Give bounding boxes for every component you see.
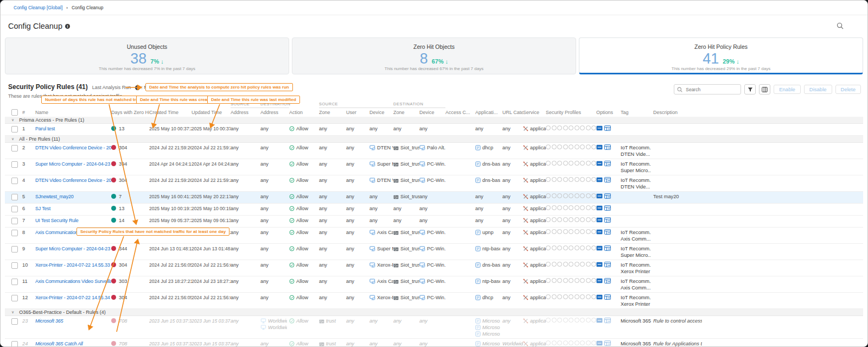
cell-rule-name[interactable]: SJnewtest_may20 (35, 193, 111, 200)
cell-options[interactable] (596, 177, 621, 184)
log-setting-icon[interactable] (596, 194, 603, 200)
row-checkbox[interactable] (11, 279, 18, 285)
disable-button[interactable]: Disable (804, 85, 832, 94)
col-security-profiles[interactable]: Security Profiles (546, 110, 596, 115)
cell-options[interactable] (596, 125, 621, 133)
log-setting-icon[interactable] (596, 247, 603, 252)
columns-button[interactable] (759, 84, 770, 94)
col-description[interactable]: Description (653, 110, 702, 115)
col-source-address[interactable]: Address (231, 110, 260, 115)
cell-options[interactable] (596, 217, 621, 224)
table-row[interactable]: 11Axis Communications Video Surveillance… (5, 276, 863, 293)
cell-rule-name[interactable]: Axis Communications Video Surveillance -… (35, 278, 111, 285)
card-unused-objects[interactable]: Unused Objects 387% ↓ This number has de… (5, 37, 289, 74)
log-forwarding-icon[interactable] (604, 247, 611, 252)
rule-name-link[interactable]: Super Micro Computer - 2024-04-23 21.23.… (35, 246, 111, 251)
cell-rule-name[interactable]: SJ Test (35, 205, 111, 212)
card-zero-hit-objects[interactable]: Zero Hit Objects 867% ↓ This number has … (292, 37, 576, 74)
table-row[interactable]: 4DTEN Video Conference Device - 2024-07-… (5, 175, 863, 192)
col-source-zone[interactable]: Zone (319, 110, 346, 115)
cell-rule-name[interactable]: Parul test (35, 125, 111, 132)
col-action[interactable]: Action (289, 110, 319, 115)
col-destination-device[interactable]: Device (419, 110, 445, 115)
row-checkbox[interactable] (11, 341, 18, 346)
cell-options[interactable] (596, 318, 621, 325)
log-setting-icon[interactable] (596, 230, 603, 236)
log-forwarding-icon[interactable] (604, 218, 611, 224)
cell-select[interactable] (10, 245, 22, 254)
table-row[interactable]: 7UI Test Security Rule142025 May 09 05:3… (5, 216, 863, 228)
table-row[interactable]: 2DTEN Video Conference Device - 2024-07-… (5, 143, 863, 159)
row-checkbox[interactable] (11, 206, 18, 212)
cell-rule-name[interactable]: Xerox-Printer - 2024-07-22 14.55.33 (35, 262, 111, 268)
cell-select[interactable] (10, 229, 22, 238)
rule-name-link[interactable]: DTEN Video Conference Device - 2024-07-2… (35, 145, 111, 150)
log-setting-icon[interactable] (596, 162, 603, 167)
rule-name-link[interactable]: Super Micro Computer - 2024-04-23 21.24.… (35, 161, 111, 167)
log-setting-icon[interactable] (596, 263, 603, 268)
cell-rule-name[interactable]: DTEN Video Conference Device - 2024-07-2… (35, 144, 111, 151)
log-setting-icon[interactable] (596, 206, 603, 212)
rule-name-link[interactable]: Microsoft 365 (35, 318, 63, 324)
row-checkbox[interactable] (11, 145, 18, 152)
table-row[interactable]: 23Microsoft 3657082023 Jun 15 03:37:3320… (5, 316, 863, 339)
cell-rule-name[interactable]: Microsoft 365 (35, 318, 111, 324)
cell-options[interactable] (596, 340, 621, 346)
log-forwarding-icon[interactable] (604, 162, 611, 167)
log-forwarding-icon[interactable] (604, 146, 611, 151)
cell-options[interactable] (596, 161, 621, 168)
log-forwarding-icon[interactable] (604, 342, 611, 346)
col-destination-zone[interactable]: Zone (393, 110, 419, 115)
col-updated-time[interactable]: Updated Time (192, 110, 231, 115)
cell-options[interactable] (596, 262, 621, 269)
row-checkbox[interactable] (11, 230, 18, 236)
log-forwarding-icon[interactable] (604, 230, 611, 236)
rule-name-link[interactable]: DTEN Video Conference Device - 2024-07-2… (35, 178, 111, 183)
select-all-checkbox[interactable] (11, 109, 18, 116)
chevron-down-icon[interactable]: ∨ (11, 137, 14, 141)
enable-button[interactable]: Enable (774, 85, 801, 94)
row-checkbox[interactable] (11, 161, 18, 168)
cell-options[interactable] (596, 193, 621, 200)
row-checkbox[interactable] (11, 126, 18, 133)
log-setting-icon[interactable] (596, 295, 603, 301)
cell-select[interactable] (10, 318, 22, 326)
table-row[interactable]: 1Parul test132025 May 10 00:37:232025 Ma… (5, 124, 863, 136)
col-name[interactable]: Name (35, 110, 111, 115)
info-icon[interactable]: i (65, 24, 70, 29)
log-forwarding-icon[interactable] (604, 279, 611, 285)
delete-button[interactable]: Delete (835, 85, 861, 94)
chevron-down-icon[interactable]: ∨ (11, 118, 14, 122)
table-row[interactable]: 12Xerox-Printer - 2024-07-22 14.55.34304… (5, 293, 863, 309)
rule-name-link[interactable]: Parul test (35, 126, 55, 131)
table-row[interactable]: 10Xerox-Printer - 2024-07-22 14.55.33304… (5, 260, 863, 276)
rule-name-link[interactable]: SJnewtest_may20 (35, 194, 74, 199)
row-checkbox[interactable] (11, 194, 18, 200)
log-setting-icon[interactable] (596, 146, 603, 151)
chevron-down-icon[interactable]: ∨ (11, 310, 14, 314)
log-setting-icon[interactable] (596, 279, 603, 285)
row-checkbox[interactable] (11, 246, 18, 253)
log-forwarding-icon[interactable] (604, 319, 611, 324)
table-row[interactable]: 5SJnewtest_may2072025 May 16 00:41:13202… (5, 192, 863, 204)
col-access[interactable]: Access C... (445, 110, 475, 115)
search-icon[interactable] (837, 22, 844, 31)
cell-options[interactable] (596, 229, 621, 236)
cell-select[interactable] (10, 340, 22, 346)
table-row[interactable]: 3Super Micro Computer - 2024-04-23 21.24… (5, 159, 863, 175)
table-row[interactable]: 24Microsoft 365 Catch All7082023 Jun 15 … (5, 339, 863, 346)
cell-select[interactable] (10, 217, 22, 226)
log-forwarding-icon[interactable] (604, 206, 611, 212)
search-input[interactable] (685, 86, 733, 93)
log-forwarding-icon[interactable] (604, 263, 611, 268)
rule-name-link[interactable]: Microsoft 365 Catch All (35, 341, 83, 346)
cell-select[interactable] (10, 144, 22, 153)
cell-select[interactable] (10, 161, 22, 169)
col-created-time[interactable]: Created Time (149, 110, 192, 115)
cell-options[interactable] (596, 245, 621, 253)
cell-options[interactable] (596, 144, 621, 152)
log-setting-icon[interactable] (596, 342, 603, 346)
cell-select[interactable] (10, 294, 22, 303)
cell-select[interactable] (10, 177, 22, 186)
row-checkbox[interactable] (11, 262, 18, 269)
